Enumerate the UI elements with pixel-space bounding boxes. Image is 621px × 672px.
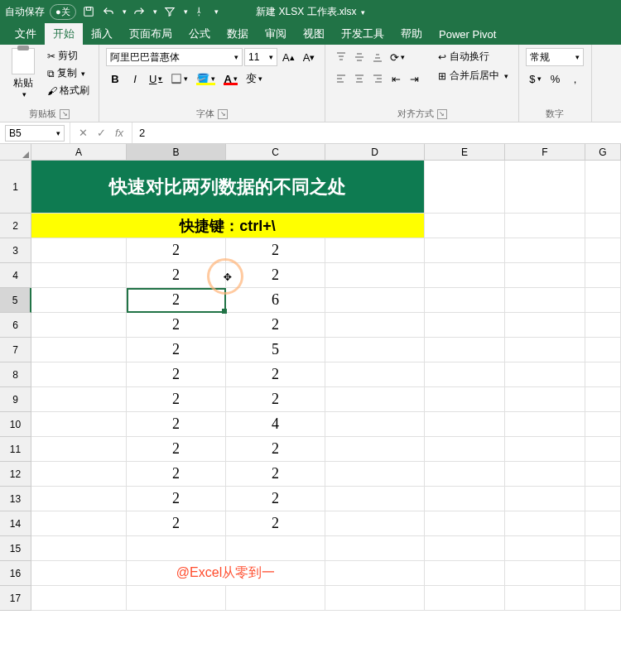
cell[interactable] <box>226 586 325 611</box>
align-launcher[interactable]: ↘ <box>437 109 447 119</box>
cell[interactable] <box>505 536 585 561</box>
row-header-6[interactable]: 6 <box>0 313 31 338</box>
cell[interactable] <box>31 536 127 561</box>
confirm-formula-button[interactable]: ✓ <box>94 126 108 141</box>
row-header-12[interactable]: 12 <box>0 462 31 487</box>
cell[interactable]: 2 <box>127 263 226 288</box>
cell[interactable]: 5 <box>226 338 325 362</box>
cell[interactable] <box>585 462 621 487</box>
cell[interactable]: 2 <box>127 362 226 387</box>
cell[interactable] <box>425 313 505 338</box>
cell[interactable] <box>505 487 585 511</box>
cell[interactable] <box>425 214 505 238</box>
insert-function-button[interactable]: fx <box>112 126 127 141</box>
cell[interactable] <box>425 437 505 462</box>
cell[interactable] <box>585 586 621 611</box>
merge-center-button[interactable]: ⊞ 合并后居中▾ <box>435 67 512 84</box>
row-header-15[interactable]: 15 <box>0 536 31 561</box>
format-painter-button[interactable]: 🖌 格式刷 <box>45 83 92 98</box>
cell[interactable] <box>505 387 585 412</box>
cancel-formula-button[interactable]: ✕ <box>75 126 90 141</box>
font-name-select[interactable]: 阿里巴巴普惠体▾ <box>106 48 243 66</box>
font-color-button[interactable]: A▾ <box>220 70 240 88</box>
cell[interactable]: 2 <box>226 511 325 536</box>
decrease-indent-button[interactable]: ⇤ <box>387 70 405 88</box>
cell[interactable] <box>31 511 127 536</box>
cell[interactable] <box>505 238 585 263</box>
italic-button[interactable]: I <box>126 70 144 88</box>
cell[interactable] <box>425 412 505 437</box>
orientation-button[interactable]: ⟳▾ <box>387 48 408 66</box>
cell[interactable] <box>425 263 505 288</box>
cell[interactable] <box>505 313 585 338</box>
cell[interactable] <box>325 288 425 313</box>
cell[interactable] <box>425 238 505 263</box>
filter-dropdown[interactable]: ▾ <box>184 7 188 16</box>
row-header-16[interactable]: 16 <box>0 561 31 586</box>
cell[interactable]: 2 <box>226 437 325 462</box>
paste-button[interactable]: 粘贴 ▾ <box>7 48 40 98</box>
cell[interactable] <box>31 238 127 263</box>
cell[interactable] <box>31 586 127 611</box>
decrease-font-button[interactable]: A▾ <box>300 48 319 66</box>
cell[interactable] <box>425 338 505 362</box>
select-all-corner[interactable] <box>0 144 31 161</box>
cell[interactable] <box>505 561 585 586</box>
cell[interactable]: 4 <box>226 412 325 437</box>
touch-mode-icon[interactable] <box>193 4 208 19</box>
cell[interactable] <box>325 511 425 536</box>
cell[interactable]: 2 <box>127 238 226 263</box>
cell[interactable]: 2 <box>127 487 226 511</box>
cell[interactable]: 2 <box>127 313 226 338</box>
underline-button[interactable]: U▾ <box>146 70 166 88</box>
undo-dropdown[interactable]: ▾ <box>123 7 127 16</box>
cell[interactable] <box>585 412 621 437</box>
bold-button[interactable]: B <box>106 70 124 88</box>
cut-button[interactable]: ✂ 剪切 <box>45 48 92 64</box>
cell[interactable] <box>585 338 621 362</box>
cell[interactable] <box>31 263 127 288</box>
number-format-select[interactable]: 常规▾ <box>526 48 584 66</box>
row-header-5[interactable]: 5 <box>0 288 31 313</box>
cell[interactable] <box>31 288 127 313</box>
cell[interactable] <box>585 362 621 387</box>
row-header-14[interactable]: 14 <box>0 511 31 536</box>
cell[interactable] <box>325 536 425 561</box>
cell[interactable] <box>325 462 425 487</box>
tab-developer[interactable]: 开发工具 <box>333 23 392 45</box>
tab-formulas[interactable]: 公式 <box>181 23 219 45</box>
clipboard-launcher[interactable]: ↘ <box>60 109 70 119</box>
cell[interactable] <box>325 586 425 611</box>
row-header-7[interactable]: 7 <box>0 338 31 362</box>
cell[interactable] <box>585 387 621 412</box>
cell[interactable]: 6 <box>226 288 325 313</box>
col-header-c[interactable]: C <box>226 144 325 161</box>
cell[interactable] <box>425 561 505 586</box>
tab-powerpivot[interactable]: Power Pivot <box>431 23 504 45</box>
row-header-3[interactable]: 3 <box>0 238 31 263</box>
cell[interactable] <box>505 338 585 362</box>
copy-button[interactable]: ⧉ 复制▾ <box>45 65 92 81</box>
row-header-11[interactable]: 11 <box>0 437 31 462</box>
cell[interactable] <box>325 263 425 288</box>
cell[interactable] <box>585 263 621 288</box>
cell[interactable] <box>585 288 621 313</box>
undo-icon[interactable] <box>101 4 116 19</box>
row-header-4[interactable]: 4 <box>0 263 31 288</box>
formula-input[interactable]: 2 <box>132 127 621 139</box>
cell[interactable] <box>325 437 425 462</box>
save-icon[interactable] <box>81 4 96 19</box>
cell[interactable] <box>425 288 505 313</box>
cell[interactable]: 2 <box>226 387 325 412</box>
cell[interactable]: 2 <box>127 511 226 536</box>
col-header-e[interactable]: E <box>425 144 505 161</box>
cell[interactable] <box>127 586 226 611</box>
col-header-g[interactable]: G <box>585 144 621 161</box>
cell[interactable] <box>325 487 425 511</box>
increase-indent-button[interactable]: ⇥ <box>405 70 423 88</box>
cell[interactable] <box>505 462 585 487</box>
col-header-f[interactable]: F <box>505 144 585 161</box>
align-left-button[interactable] <box>332 70 350 88</box>
title-cell[interactable]: 快速对比两列数据的不同之处 <box>31 161 425 214</box>
col-header-a[interactable]: A <box>31 144 127 161</box>
